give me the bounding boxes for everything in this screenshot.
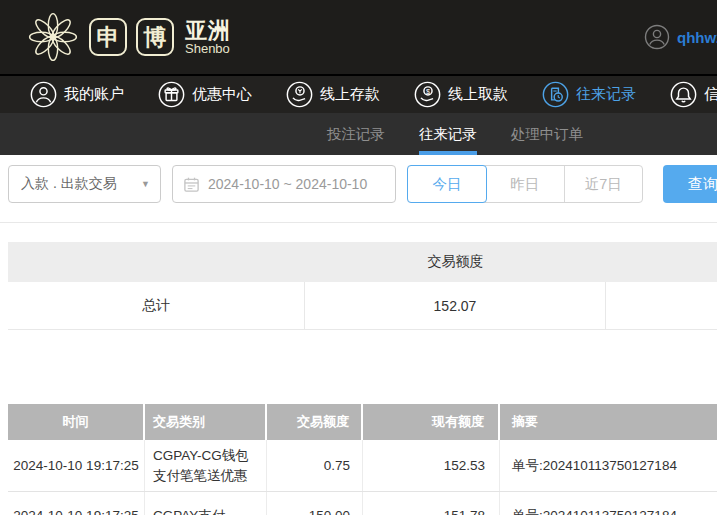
tab-transaction-records[interactable]: 往来记录 [419, 113, 477, 155]
cell-balance: 151.78 [363, 492, 500, 515]
nav-label: 优惠中心 [192, 85, 252, 104]
records-table-header: 时间 交易类别 交易额度 现有额度 摘要 [8, 404, 717, 440]
cell-balance: 152.53 [363, 440, 500, 491]
nav-item-promotions[interactable]: 优惠中心 [158, 81, 252, 108]
flower-logo-icon [26, 10, 80, 64]
nav-item-withdraw[interactable]: $ 线上取款 [414, 81, 508, 108]
today-button[interactable]: 今日 [407, 165, 487, 203]
user-icon [30, 81, 57, 108]
col-header-balance: 现有额度 [363, 404, 500, 440]
account-avatar-icon [644, 24, 670, 50]
table-row: 2024-10-10 19:17:25 CGPAY支付 150.00 151.7… [8, 492, 717, 515]
nav-label: 线上存款 [320, 85, 380, 104]
withdraw-icon: $ [414, 81, 441, 108]
summary-total-value: 152.07 [305, 282, 606, 329]
col-header-amount: 交易额度 [267, 404, 363, 440]
svg-text:$: $ [426, 87, 430, 96]
summary-empty-cell [606, 282, 717, 329]
cell-amount: 0.75 [267, 440, 363, 491]
chevron-down-icon: ▼ [141, 179, 150, 189]
summary-table: 交易额度 总计 152.07 [8, 242, 717, 330]
table-row: 2024-10-10 19:17:25 CGPAY-CG钱包支付笔笔送优惠 0.… [8, 440, 717, 492]
records-table: 时间 交易类别 交易额度 现有额度 摘要 2024-10-10 19:17:25… [8, 404, 717, 515]
brand-name-en: Shenbo [185, 42, 231, 56]
nav-label: 往来记录 [576, 85, 636, 104]
nav-item-messages[interactable]: 信息 [670, 81, 717, 108]
main-nav: 我的账户 优惠中心 线上存款 [0, 74, 717, 113]
cell-type: CGPAY支付 [145, 492, 267, 515]
nav-item-deposit[interactable]: 线上存款 [286, 81, 380, 108]
summary-table-header: 交易额度 [8, 242, 717, 282]
nav-item-transactions[interactable]: 往来记录 [542, 81, 636, 108]
logo-char-bo: 博 [136, 18, 174, 56]
cell-time: 2024-10-10 19:17:25 [8, 440, 145, 491]
summary-header-empty [606, 242, 717, 282]
last7days-button[interactable]: 近7日 [565, 166, 643, 202]
yesterday-button[interactable]: 昨日 [486, 166, 565, 202]
top-header: 申 博 亚洲 Shenbo qhhw2 [0, 0, 717, 74]
summary-header-amount: 交易额度 [305, 242, 606, 282]
cell-amount: 150.00 [267, 492, 363, 515]
brand-name-cn: 亚洲 [185, 19, 231, 42]
tab-betting-records[interactable]: 投注记录 [327, 113, 385, 155]
col-header-summary: 摘要 [500, 404, 717, 440]
username[interactable]: qhhw2 [677, 29, 717, 46]
records-icon [542, 81, 569, 108]
nav-label: 我的账户 [64, 85, 124, 104]
cell-summary: 单号:202410113750127184 [500, 492, 717, 515]
col-header-time: 时间 [8, 404, 145, 440]
brand-logo[interactable]: 申 博 亚洲 Shenbo [26, 10, 231, 64]
summary-total-row: 总计 152.07 [8, 282, 717, 330]
transaction-type-select[interactable]: 入款 . 出款交易 ▼ [8, 165, 161, 203]
logo-char-shen: 申 [89, 18, 127, 56]
transaction-type-value: 入款 . 出款交易 [21, 175, 117, 193]
quick-date-group: 今日 昨日 近7日 [407, 165, 643, 203]
cell-type: CGPAY-CG钱包支付笔笔送优惠 [145, 440, 267, 491]
date-range-input[interactable]: 2024-10-10 ~ 2024-10-10 [172, 165, 396, 203]
cell-summary: 单号:202410113750127184 [500, 440, 717, 491]
bell-icon [670, 81, 697, 108]
nav-label: 线上取款 [448, 85, 508, 104]
section-divider [0, 222, 717, 223]
deposit-icon [286, 81, 313, 108]
filter-bar: 入款 . 出款交易 ▼ 2024-10-10 ~ 2024-10-10 今日 昨… [8, 165, 717, 203]
summary-total-label: 总计 [8, 282, 305, 329]
nav-label: 信息 [704, 85, 717, 104]
calendar-icon [183, 176, 200, 193]
summary-header-empty [8, 242, 305, 282]
date-range-value: 2024-10-10 ~ 2024-10-10 [208, 176, 367, 192]
nav-item-my-account[interactable]: 我的账户 [30, 81, 124, 108]
page: 申 博 亚洲 Shenbo qhhw2 我的账户 [0, 0, 717, 515]
tab-processing-orders[interactable]: 处理中订单 [511, 113, 584, 155]
gift-icon [158, 81, 185, 108]
sub-nav: 投注记录 往来记录 处理中订单 [0, 113, 717, 155]
search-button[interactable]: 查询 [663, 165, 717, 203]
col-header-type: 交易类别 [145, 404, 267, 440]
account-menu[interactable]: qhhw2 [644, 0, 717, 74]
brand-names: 亚洲 Shenbo [185, 19, 231, 56]
cell-time: 2024-10-10 19:17:25 [8, 492, 145, 515]
